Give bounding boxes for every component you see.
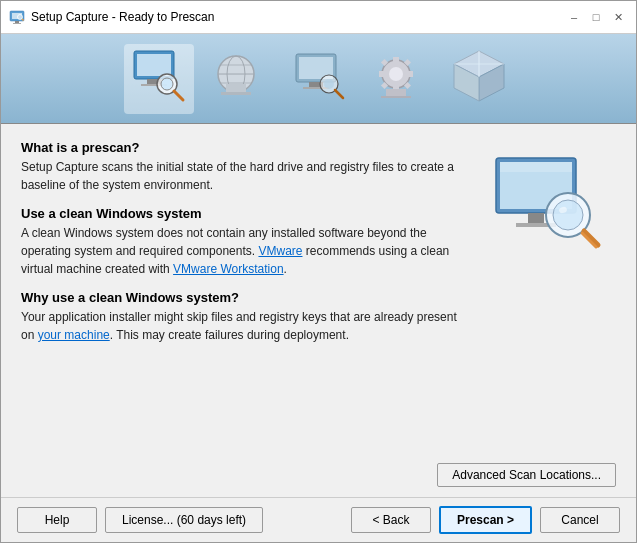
main-window: Setup Capture - Ready to Prescan – □ ✕ xyxy=(0,0,637,543)
advanced-btn-row: Advanced Scan Locations... xyxy=(1,463,636,497)
large-monitor-icon xyxy=(481,150,611,260)
banner-icon-5 xyxy=(444,44,514,114)
svg-point-25 xyxy=(324,79,334,89)
svg-rect-7 xyxy=(137,54,171,76)
svg-rect-2 xyxy=(15,21,19,23)
content-area: What is a prescan? Setup Capture scans t… xyxy=(1,124,636,463)
section-title-1: What is a prescan? xyxy=(21,140,460,155)
svg-rect-19 xyxy=(221,92,251,95)
license-button[interactable]: License... (60 days left) xyxy=(105,507,263,533)
section-title-2: Use a clean Windows system xyxy=(21,206,460,221)
banner-icon-1 xyxy=(124,44,194,114)
svg-rect-32 xyxy=(408,71,413,77)
svg-line-26 xyxy=(335,90,343,98)
section-body-1: Setup Capture scans the initial state of… xyxy=(21,158,460,194)
section-body-2: A clean Windows system does not contain … xyxy=(21,224,460,278)
wizard-banner xyxy=(1,34,636,124)
banner-icon-4 xyxy=(364,44,434,114)
advanced-scan-button[interactable]: Advanced Scan Locations... xyxy=(437,463,616,487)
right-panel xyxy=(476,140,616,453)
svg-rect-18 xyxy=(226,84,246,92)
title-bar: Setup Capture - Ready to Prescan – □ ✕ xyxy=(1,1,636,34)
svg-rect-38 xyxy=(381,96,411,98)
prescan-button[interactable]: Prescan > xyxy=(439,506,532,534)
svg-point-11 xyxy=(161,78,173,90)
svg-rect-31 xyxy=(379,71,384,77)
window-title: Setup Capture - Ready to Prescan xyxy=(31,10,214,24)
back-button[interactable]: < Back xyxy=(351,507,431,533)
footer: Help License... (60 days left) < Back Pr… xyxy=(1,497,636,542)
svg-rect-1 xyxy=(12,13,22,19)
svg-point-50 xyxy=(553,200,583,230)
section-title-3: Why use a clean Windows system? xyxy=(21,290,460,305)
help-button[interactable]: Help xyxy=(17,507,97,533)
app-icon xyxy=(9,9,25,25)
banner-icon-3 xyxy=(284,44,354,114)
title-buttons: – □ ✕ xyxy=(564,7,628,27)
minimize-button[interactable]: – xyxy=(564,7,584,27)
text-section: What is a prescan? Setup Capture scans t… xyxy=(21,140,460,453)
svg-point-28 xyxy=(389,67,403,81)
section-body-3: Your application installer might skip fi… xyxy=(21,308,460,344)
close-button[interactable]: ✕ xyxy=(608,7,628,27)
svg-rect-3 xyxy=(13,23,21,24)
svg-rect-46 xyxy=(500,162,572,172)
cancel-button[interactable]: Cancel xyxy=(540,507,620,533)
svg-rect-29 xyxy=(393,57,399,62)
svg-rect-37 xyxy=(386,89,406,96)
banner-icon-2 xyxy=(204,44,274,114)
svg-line-12 xyxy=(174,91,183,100)
title-bar-left: Setup Capture - Ready to Prescan xyxy=(9,9,214,25)
svg-rect-47 xyxy=(528,213,544,223)
maximize-button[interactable]: □ xyxy=(586,7,606,27)
